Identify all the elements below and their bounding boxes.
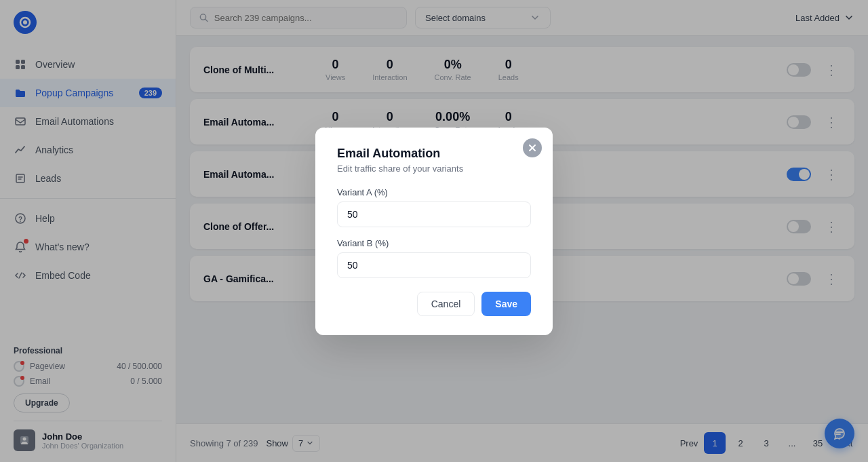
modal: Email Automation Edit traffic share of y…	[315, 128, 553, 335]
close-icon	[528, 144, 536, 152]
variant-b-input[interactable]	[337, 252, 531, 278]
modal-subtitle: Edit traffic share of your variants	[337, 163, 531, 174]
modal-overlay: Email Automation Edit traffic share of y…	[0, 0, 868, 462]
modal-actions: Cancel Save	[337, 292, 531, 316]
variant-a-group: Variant A (%)	[337, 187, 531, 227]
variant-a-input[interactable]	[337, 201, 531, 227]
cancel-button[interactable]: Cancel	[417, 292, 475, 316]
variant-b-group: Variant B (%)	[337, 238, 531, 278]
modal-title: Email Automation	[337, 147, 531, 161]
variant-b-label: Variant B (%)	[337, 238, 531, 248]
save-button[interactable]: Save	[481, 292, 531, 316]
variant-a-label: Variant A (%)	[337, 187, 531, 197]
modal-close-button[interactable]	[523, 138, 542, 157]
